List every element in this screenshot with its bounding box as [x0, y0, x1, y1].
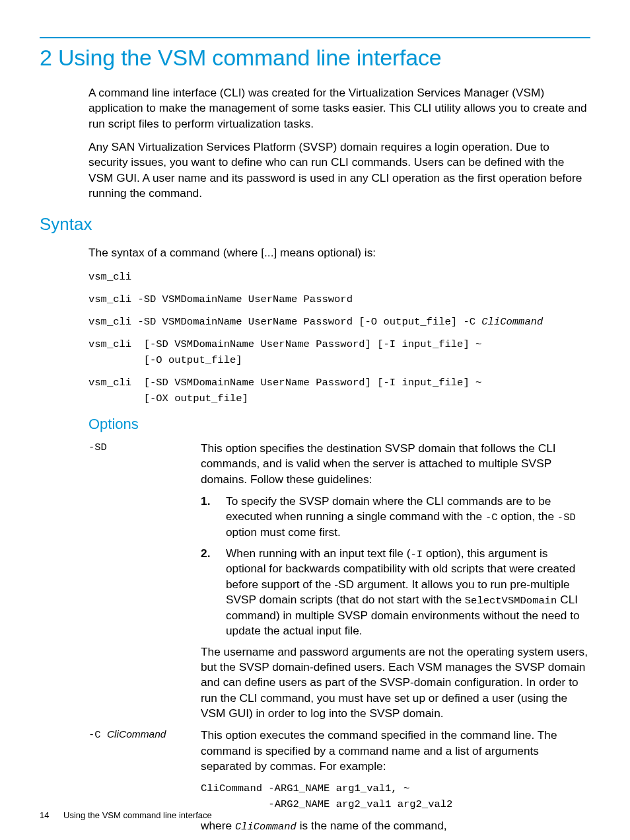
page-footer: 14 Using the VSM command line interface: [40, 810, 212, 820]
chapter-title: 2 Using the VSM command line interface: [40, 45, 590, 71]
option-sd-label: -SD: [88, 441, 194, 728]
option-c-p1: This option executes the command specifi…: [201, 728, 590, 774]
option-sd-li2: When running with an input text file (-I…: [201, 546, 590, 639]
option-c-label: -C CliCommand: [88, 728, 194, 840]
footer-title: Using the VSM command line interface: [63, 810, 212, 820]
syntax-code-4: vsm_cli [-SD VSMDomainName UserName Pass…: [88, 336, 590, 368]
option-sd-li1: To specify the SVSP domain where the CLI…: [201, 494, 590, 541]
syntax-code-3: vsm_cli -SD VSMDomainName UserName Passw…: [88, 314, 590, 330]
syntax-code-2: vsm_cli -SD VSMDomainName UserName Passw…: [88, 291, 590, 307]
options-block: -SD This option specifies the destinatio…: [88, 441, 590, 840]
option-sd-p3: The username and password arguments are …: [201, 644, 590, 722]
syntax-block: The syntax of a command (where [...] mea…: [88, 245, 590, 260]
syntax-code-1: vsm_cli: [88, 269, 590, 285]
option-sd-p1: This option specifies the destination SV…: [201, 441, 590, 487]
option-c-code: CliCommand -ARG1_NAME arg1_val1, ~ -ARG2…: [201, 781, 590, 812]
option-sd-desc: This option specifies the destination SV…: [201, 441, 590, 728]
page-number: 14: [40, 810, 49, 820]
syntax-intro: The syntax of a command (where [...] mea…: [88, 245, 590, 260]
option-c-desc: This option executes the command specifi…: [201, 728, 590, 840]
top-rule: [40, 37, 590, 38]
syntax-code-5: vsm_cli [-SD VSMDomainName UserName Pass…: [88, 375, 590, 406]
syntax-heading: Syntax: [40, 214, 590, 235]
option-c-p2: where CliCommand is the name of the comm…: [201, 818, 590, 834]
options-heading: Options: [88, 416, 590, 433]
intro-block: A command line interface (CLI) was creat…: [88, 85, 590, 201]
intro-paragraph-2: Any SAN Virtualization Services Platform…: [88, 139, 590, 201]
option-sd-list: To specify the SVSP domain where the CLI…: [201, 494, 590, 639]
intro-paragraph-1: A command line interface (CLI) was creat…: [88, 85, 590, 132]
